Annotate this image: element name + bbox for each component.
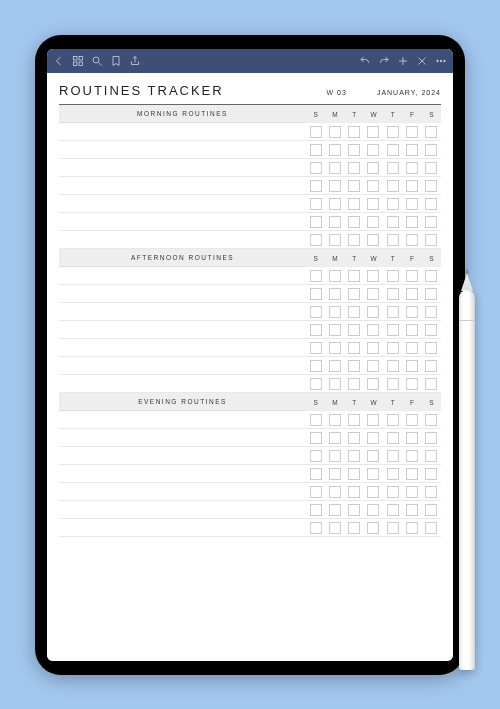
checkbox[interactable] xyxy=(329,306,341,318)
add-icon[interactable] xyxy=(397,55,409,67)
checkbox[interactable] xyxy=(367,342,379,354)
checkbox[interactable] xyxy=(348,432,360,444)
checkbox[interactable] xyxy=(348,306,360,318)
checkbox[interactable] xyxy=(367,522,379,534)
checkbox[interactable] xyxy=(425,288,437,300)
checkbox[interactable] xyxy=(425,504,437,516)
checkbox[interactable] xyxy=(367,216,379,228)
checkbox[interactable] xyxy=(348,270,360,282)
checkbox[interactable] xyxy=(387,378,399,390)
checkbox[interactable] xyxy=(310,414,322,426)
checkbox[interactable] xyxy=(425,324,437,336)
checkbox[interactable] xyxy=(406,234,418,246)
checkbox[interactable] xyxy=(348,468,360,480)
checkbox[interactable] xyxy=(310,486,322,498)
checkbox[interactable] xyxy=(310,306,322,318)
checkbox[interactable] xyxy=(425,378,437,390)
checkbox[interactable] xyxy=(425,198,437,210)
routine-label-cell[interactable] xyxy=(59,321,306,338)
checkbox[interactable] xyxy=(329,522,341,534)
checkbox[interactable] xyxy=(310,432,322,444)
search-icon[interactable] xyxy=(91,55,103,67)
checkbox[interactable] xyxy=(348,378,360,390)
checkbox[interactable] xyxy=(348,450,360,462)
checkbox[interactable] xyxy=(425,342,437,354)
checkbox[interactable] xyxy=(425,522,437,534)
checkbox[interactable] xyxy=(348,360,360,372)
checkbox[interactable] xyxy=(406,450,418,462)
checkbox[interactable] xyxy=(425,126,437,138)
checkbox[interactable] xyxy=(387,216,399,228)
checkbox[interactable] xyxy=(406,216,418,228)
routine-label-cell[interactable] xyxy=(59,231,306,248)
checkbox[interactable] xyxy=(406,378,418,390)
checkbox[interactable] xyxy=(367,432,379,444)
checkbox[interactable] xyxy=(387,504,399,516)
checkbox[interactable] xyxy=(387,324,399,336)
checkbox[interactable] xyxy=(425,360,437,372)
checkbox[interactable] xyxy=(367,450,379,462)
checkbox[interactable] xyxy=(329,450,341,462)
checkbox[interactable] xyxy=(425,144,437,156)
more-icon[interactable] xyxy=(435,55,447,67)
checkbox[interactable] xyxy=(387,144,399,156)
checkbox[interactable] xyxy=(367,360,379,372)
checkbox[interactable] xyxy=(367,234,379,246)
checkbox[interactable] xyxy=(387,126,399,138)
checkbox[interactable] xyxy=(387,198,399,210)
checkbox[interactable] xyxy=(406,270,418,282)
checkbox[interactable] xyxy=(406,306,418,318)
checkbox[interactable] xyxy=(367,144,379,156)
checkbox[interactable] xyxy=(329,468,341,480)
bookmark-icon[interactable] xyxy=(110,55,122,67)
checkbox[interactable] xyxy=(310,270,322,282)
checkbox[interactable] xyxy=(329,324,341,336)
checkbox[interactable] xyxy=(310,504,322,516)
checkbox[interactable] xyxy=(387,468,399,480)
routine-label-cell[interactable] xyxy=(59,267,306,284)
checkbox[interactable] xyxy=(387,342,399,354)
checkbox[interactable] xyxy=(367,198,379,210)
checkbox[interactable] xyxy=(310,450,322,462)
checkbox[interactable] xyxy=(329,342,341,354)
checkbox[interactable] xyxy=(387,432,399,444)
checkbox[interactable] xyxy=(387,522,399,534)
checkbox[interactable] xyxy=(310,180,322,192)
checkbox[interactable] xyxy=(367,270,379,282)
checkbox[interactable] xyxy=(310,288,322,300)
checkbox[interactable] xyxy=(367,324,379,336)
checkbox[interactable] xyxy=(406,324,418,336)
routine-label-cell[interactable] xyxy=(59,123,306,140)
checkbox[interactable] xyxy=(367,306,379,318)
routine-label-cell[interactable] xyxy=(59,375,306,392)
routine-label-cell[interactable] xyxy=(59,339,306,356)
checkbox[interactable] xyxy=(387,270,399,282)
checkbox[interactable] xyxy=(406,414,418,426)
checkbox[interactable] xyxy=(348,414,360,426)
checkbox[interactable] xyxy=(387,234,399,246)
close-icon[interactable] xyxy=(416,55,428,67)
checkbox[interactable] xyxy=(310,216,322,228)
checkbox[interactable] xyxy=(310,522,322,534)
routine-label-cell[interactable] xyxy=(59,357,306,374)
checkbox[interactable] xyxy=(329,414,341,426)
checkbox[interactable] xyxy=(329,180,341,192)
checkbox[interactable] xyxy=(387,360,399,372)
checkbox[interactable] xyxy=(406,180,418,192)
routine-label-cell[interactable] xyxy=(59,159,306,176)
routine-label-cell[interactable] xyxy=(59,447,306,464)
checkbox[interactable] xyxy=(310,198,322,210)
checkbox[interactable] xyxy=(367,504,379,516)
checkbox[interactable] xyxy=(406,342,418,354)
checkbox[interactable] xyxy=(310,378,322,390)
checkbox[interactable] xyxy=(329,198,341,210)
checkbox[interactable] xyxy=(387,180,399,192)
checkbox[interactable] xyxy=(348,180,360,192)
routine-label-cell[interactable] xyxy=(59,285,306,302)
checkbox[interactable] xyxy=(329,360,341,372)
checkbox[interactable] xyxy=(310,234,322,246)
back-icon[interactable] xyxy=(53,55,65,67)
checkbox[interactable] xyxy=(310,468,322,480)
checkbox[interactable] xyxy=(348,144,360,156)
checkbox[interactable] xyxy=(310,144,322,156)
